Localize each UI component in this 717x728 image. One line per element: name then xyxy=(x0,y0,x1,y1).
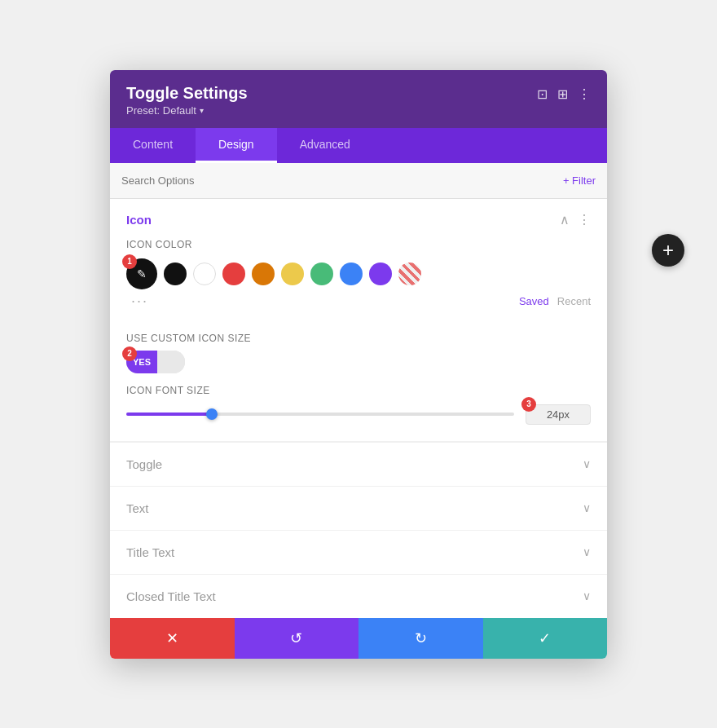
custom-size-group: Use Custom Icon Size 2 YES xyxy=(110,321,607,385)
saved-tab[interactable]: Saved xyxy=(519,295,549,307)
toggle-settings-modal: Toggle Settings Preset: Default ▾ ⊡ ⊞ ⋮ … xyxy=(110,70,607,659)
cancel-button[interactable]: ✕ xyxy=(110,618,235,659)
header-actions: ⊡ ⊞ ⋮ xyxy=(537,83,591,102)
toggle-badge-wrap: 2 YES xyxy=(126,351,185,373)
page-background: + Toggle Settings Preset: Default ▾ ⊡ ⊞ … xyxy=(0,0,717,728)
color-swatch-orange[interactable] xyxy=(252,263,275,285)
color-swatch-none[interactable] xyxy=(398,263,421,285)
chevron-down-icon-text: ∨ xyxy=(583,501,591,514)
collapsible-label-toggle: Toggle xyxy=(126,457,162,471)
slider-thumb[interactable] xyxy=(206,408,218,420)
color-swatch-red[interactable] xyxy=(222,263,245,285)
recent-tab[interactable]: Recent xyxy=(557,295,591,307)
focus-icon[interactable]: ⊡ xyxy=(537,86,548,102)
custom-size-label: Use Custom Icon Size xyxy=(126,333,591,344)
font-size-label: Icon Font Size xyxy=(126,385,591,396)
tab-design[interactable]: Design xyxy=(196,128,277,163)
tabs-bar: Content Design Advanced xyxy=(110,128,607,163)
layout-icon[interactable]: ⊞ xyxy=(557,86,568,102)
saved-recent-tabs: Saved Recent xyxy=(519,295,591,307)
collapse-icon[interactable]: ∧ xyxy=(560,212,570,227)
badge-3: 3 xyxy=(521,397,536,412)
search-input[interactable] xyxy=(121,174,563,187)
color-swatch-blue[interactable] xyxy=(340,263,363,285)
section-actions-icon: ∧ ⋮ xyxy=(560,212,591,227)
color-swatch-black[interactable] xyxy=(164,263,187,285)
color-swatch-white[interactable] xyxy=(193,263,216,285)
collapsible-closed-title-text[interactable]: Closed Title Text ∨ xyxy=(110,574,607,618)
collapsible-text[interactable]: Text ∨ xyxy=(110,486,607,530)
icon-color-label: Icon Color xyxy=(110,239,607,250)
bottom-bar: ✕ ↺ ↻ ✓ xyxy=(110,618,607,659)
filter-button[interactable]: + Filter xyxy=(563,174,596,187)
more-icon[interactable]: ⋮ xyxy=(578,86,591,102)
collapsible-label-closed-title: Closed Title Text xyxy=(126,589,216,603)
section-title-icon: Icon xyxy=(126,213,152,227)
active-swatch-wrapper: 1 ✎ xyxy=(126,258,157,289)
search-bar: + Filter xyxy=(110,163,607,199)
chevron-down-icon-toggle: ∨ xyxy=(583,457,591,470)
modal-title: Toggle Settings xyxy=(126,83,248,103)
panel-content: Icon ∧ ⋮ Icon Color 1 ✎ xyxy=(110,199,607,618)
color-swatch-purple[interactable] xyxy=(369,263,392,285)
modal-header: Toggle Settings Preset: Default ▾ ⊡ ⊞ ⋮ xyxy=(110,70,607,128)
slider-fill xyxy=(126,413,212,416)
tab-content[interactable]: Content xyxy=(110,128,196,163)
redo-button[interactable]: ↻ xyxy=(358,618,483,659)
preset-arrow-icon: ▾ xyxy=(200,106,204,115)
undo-button[interactable]: ↺ xyxy=(235,618,359,659)
collapsible-label-title-text: Title Text xyxy=(126,545,174,559)
section-menu-icon[interactable]: ⋮ xyxy=(578,212,591,227)
color-swatch-yellow[interactable] xyxy=(281,263,304,285)
section-header-icon: Icon ∧ ⋮ xyxy=(110,199,607,239)
pencil-icon: ✎ xyxy=(137,267,147,280)
badge-2: 2 xyxy=(122,346,137,361)
badge-1: 1 xyxy=(122,254,137,269)
collapsible-toggle[interactable]: Toggle ∨ xyxy=(110,442,607,486)
icon-section: Icon ∧ ⋮ Icon Color 1 ✎ xyxy=(110,199,607,442)
toggle-row: 2 YES xyxy=(126,351,591,373)
preset-selector[interactable]: Preset: Default ▾ xyxy=(126,104,248,117)
tab-advanced[interactable]: Advanced xyxy=(277,128,373,163)
slider-value-wrap: 3 xyxy=(526,404,591,425)
chevron-down-icon-closed-title: ∨ xyxy=(583,589,591,602)
slider-row: 3 xyxy=(126,404,591,425)
collapsible-label-text: Text xyxy=(126,501,149,515)
save-button[interactable]: ✓ xyxy=(483,618,608,659)
chevron-down-icon-title-text: ∨ xyxy=(583,545,591,558)
font-size-group: Icon Font Size 3 xyxy=(110,385,607,441)
dots-icon[interactable]: ··· xyxy=(126,293,148,310)
color-swatch-green[interactable] xyxy=(310,263,333,285)
color-row: 1 ✎ xyxy=(110,258,607,289)
slider-track[interactable] xyxy=(126,413,514,416)
add-button[interactable]: + xyxy=(652,234,684,267)
color-meta-row: ··· Saved Recent xyxy=(110,289,607,321)
collapsible-title-text[interactable]: Title Text ∨ xyxy=(110,530,607,574)
toggle-no-area xyxy=(157,351,185,373)
modal-title-group: Toggle Settings Preset: Default ▾ xyxy=(126,83,248,117)
